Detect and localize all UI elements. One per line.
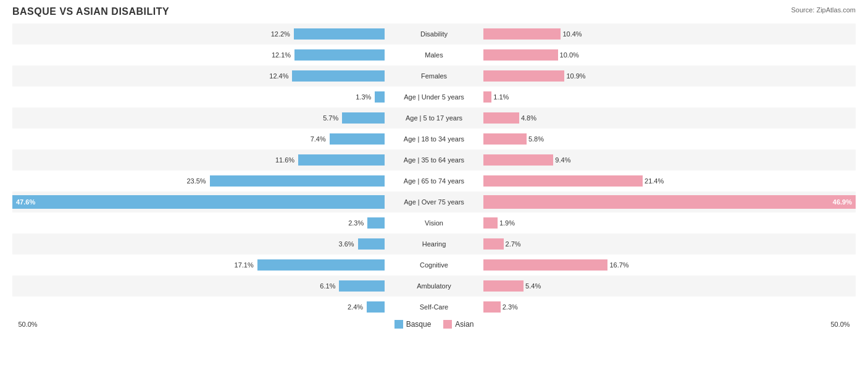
- bar-left-value: 7.4%: [311, 135, 328, 143]
- bar-left-value: 23.5%: [186, 177, 207, 185]
- bar-right-value: 4.8%: [519, 114, 536, 122]
- bar-label: Ambulatory: [385, 282, 483, 290]
- bar-left-container: 7.4%: [12, 133, 385, 145]
- legend-asian-label: Asian: [455, 320, 474, 329]
- bar-label: Vision: [385, 219, 483, 227]
- bar-right-container: 10.4%: [483, 28, 856, 40]
- chart-row: 5.7%Age | 5 to 17 years4.8%: [12, 107, 856, 128]
- bar-right: [483, 112, 519, 124]
- bar-right-value: 10.0%: [558, 51, 579, 59]
- bar-right-container: 4.8%: [483, 112, 856, 124]
- bar-left: [210, 175, 385, 187]
- legend-basque-box: [394, 320, 403, 329]
- bar-left-container: 12.2%: [12, 28, 385, 40]
- bar-left: [367, 217, 385, 229]
- chart-row: 17.1%Cognitive16.7%: [12, 254, 856, 275]
- bar-right: [483, 217, 498, 229]
- bar-label: Cognitive: [385, 261, 483, 269]
- bar-right: [483, 238, 504, 250]
- bar-right-value: 1.9%: [498, 219, 515, 227]
- chart-row: 47.6%Age | Over 75 years46.9%: [12, 191, 856, 212]
- bar-right-value: 2.7%: [504, 240, 521, 248]
- bar-label: Females: [385, 72, 483, 80]
- bar-left-container: 11.6%: [12, 154, 385, 166]
- bar-left: [342, 112, 385, 124]
- bar-left-container: 23.5%: [12, 175, 385, 187]
- bar-right: [483, 301, 501, 313]
- bar-label: Self-Care: [385, 303, 483, 311]
- footer-left-val: 50.0%: [12, 321, 43, 328]
- bar-left-container: 12.1%: [12, 49, 385, 61]
- chart-source: Source: ZipAtlas.com: [791, 6, 856, 14]
- bar-left-container: 2.4%: [12, 301, 385, 313]
- bar-label: Disability: [385, 30, 483, 38]
- bar-right-value: 10.9%: [564, 72, 585, 80]
- bar-left: [375, 91, 385, 103]
- bar-right-container: 10.9%: [483, 70, 856, 82]
- bar-label: Males: [385, 51, 483, 59]
- bar-left: [294, 49, 385, 61]
- bar-left-container: 6.1%: [12, 280, 385, 292]
- chart-row: 1.3%Age | Under 5 years1.1%: [12, 86, 856, 107]
- bar-left-value: 12.1%: [272, 51, 293, 59]
- bar-left-value: 3.6%: [339, 240, 356, 248]
- bar-left: [292, 70, 385, 82]
- bar-left: [367, 301, 385, 313]
- bar-right: [483, 70, 564, 82]
- bar-right: [483, 175, 643, 187]
- bar-right-container: 2.3%: [483, 301, 856, 313]
- bar-right-value: 46.9%: [833, 198, 852, 206]
- bar-left-container: 2.3%: [12, 217, 385, 229]
- bar-left-container: 17.1%: [12, 259, 385, 271]
- chart-container: 12.2%Disability10.4%12.1%Males10.0%12.4%…: [12, 23, 856, 317]
- bar-right: [483, 49, 558, 61]
- chart-row: 2.4%Self-Care2.3%: [12, 296, 856, 317]
- chart-row: 12.4%Females10.9%: [12, 65, 856, 86]
- bar-left-value: 5.7%: [323, 114, 340, 122]
- bar-left-value: 11.6%: [275, 156, 296, 164]
- bar-right: [483, 28, 561, 40]
- bar-left-value: 17.1%: [235, 261, 256, 269]
- bar-right: [483, 259, 607, 271]
- chart-row: 12.1%Males10.0%: [12, 44, 856, 65]
- bar-left-value: 12.2%: [271, 30, 292, 38]
- legend-basque: Basque: [394, 320, 432, 329]
- bar-right: [483, 133, 527, 145]
- legend-basque-label: Basque: [406, 320, 432, 329]
- bar-label: Age | 5 to 17 years: [385, 114, 483, 122]
- bar-left-value: 2.3%: [348, 219, 365, 227]
- chart-row: 23.5%Age | 65 to 74 years21.4%: [12, 170, 856, 191]
- bar-left-container: 5.7%: [12, 112, 385, 124]
- bar-left: [358, 238, 385, 250]
- bar-right-container: 1.9%: [483, 217, 856, 229]
- bar-right-value: 2.3%: [501, 303, 518, 311]
- bar-right-container: 2.7%: [483, 238, 856, 250]
- bar-left-value: 12.4%: [269, 72, 290, 80]
- bar-right: [483, 280, 524, 292]
- legend-asian-box: [443, 320, 452, 329]
- bar-left-value: 2.4%: [348, 303, 365, 311]
- bar-right-value: 9.4%: [553, 156, 570, 164]
- bar-right-container: 9.4%: [483, 154, 856, 166]
- chart-header: BASQUE VS ASIAN DISABILITY Source: ZipAt…: [12, 6, 856, 17]
- bar-left: [330, 133, 385, 145]
- bar-right-container: 10.0%: [483, 49, 856, 61]
- chart-row: 11.6%Age | 35 to 64 years9.4%: [12, 149, 856, 170]
- bar-right-container: 5.8%: [483, 133, 856, 145]
- bar-right-value: 10.4%: [561, 30, 582, 38]
- bar-label: Age | Under 5 years: [385, 93, 483, 101]
- bar-right-container: 16.7%: [483, 259, 856, 271]
- chart-legend: Basque Asian: [43, 320, 825, 329]
- bar-right-value: 21.4%: [643, 177, 664, 185]
- bar-left: [339, 280, 385, 292]
- bar-left-container: 3.6%: [12, 238, 385, 250]
- chart-row: 7.4%Age | 18 to 34 years5.8%: [12, 128, 856, 149]
- chart-footer: 50.0% Basque Asian 50.0%: [12, 320, 856, 329]
- chart-title: BASQUE VS ASIAN DISABILITY: [12, 6, 169, 17]
- bar-right-value: 1.1%: [491, 93, 509, 101]
- bar-label: Age | 18 to 34 years: [385, 135, 483, 143]
- bar-left: [257, 259, 385, 271]
- bar-left-value: 47.6%: [16, 198, 35, 206]
- bar-left-value: 6.1%: [320, 282, 337, 290]
- chart-row: 12.2%Disability10.4%: [12, 23, 856, 44]
